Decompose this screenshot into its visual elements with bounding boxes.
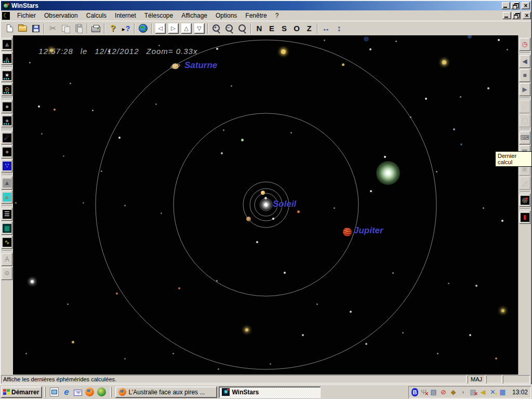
alert-lamp-button[interactable]: ▮ (520, 211, 530, 224)
fit-vertical-button[interactable]: ↕ (332, 22, 345, 35)
menu-tlescope[interactable]: Télescope (140, 10, 177, 21)
menu-options[interactable]: Options (211, 10, 241, 21)
saturne-planet[interactable] (170, 63, 180, 70)
outlook-mail-icon[interactable] (74, 390, 82, 396)
blocked-app-tray-icon[interactable]: ⊘ (439, 388, 448, 396)
security-shield-tray-icon[interactable]: ◆ (449, 388, 458, 396)
scale-ruler-button[interactable]: ☰ (2, 208, 12, 221)
green-globe-icon[interactable] (97, 388, 106, 396)
title-bar[interactable]: WinStars (1, 1, 531, 10)
constellation-lines-button[interactable]: ▵ (2, 38, 12, 51)
task-firefox[interactable]: L'Australie face aux pires ... (115, 387, 217, 398)
help-button[interactable] (107, 22, 119, 35)
save-file-button[interactable] (29, 22, 42, 35)
mdi-restore-button[interactable] (512, 12, 521, 19)
task-winstars[interactable]: ✷WinStars (219, 387, 321, 398)
star-names-button[interactable]: ✶ (2, 69, 12, 82)
restore-button[interactable] (511, 2, 520, 9)
menu-fentre[interactable]: Fenêtre (241, 10, 271, 21)
planet-view-button[interactable]: ● (2, 100, 12, 113)
network-off-tray-icon[interactable]: ▤✕ (469, 388, 477, 396)
menu-observation[interactable]: Observation (40, 10, 82, 21)
pan-up-button[interactable]: △ (180, 22, 193, 35)
menu-internet[interactable]: Internet (111, 10, 140, 21)
menu-fichier[interactable]: Fichier (13, 10, 40, 21)
status-blank-2 (503, 375, 530, 383)
context-help-button[interactable] (119, 22, 132, 35)
ecliptic-line-button[interactable]: ∿ (2, 236, 12, 249)
view-zenith-button[interactable]: Z (303, 24, 315, 33)
venus-planet[interactable] (261, 191, 265, 195)
mdi-child-moon-icon[interactable]: ☾ (2, 12, 10, 20)
minitel-terminal-button[interactable]: ⌨ (520, 131, 530, 144)
volume-tray-icon[interactable]: ◀ (478, 388, 487, 396)
mdi-close-button[interactable] (523, 12, 531, 19)
bluetooth-tray-icon[interactable]: B (411, 388, 418, 396)
labels-font-button[interactable]: A (2, 253, 12, 266)
ecliptic-line-icon: ∿ (3, 238, 11, 247)
coordinate-grid-button[interactable]: ▦ (2, 222, 12, 235)
pan-left-button[interactable]: ◁ (154, 22, 167, 35)
asteroids-button[interactable]: ● (2, 145, 12, 158)
print-button[interactable] (89, 22, 102, 35)
star (63, 155, 64, 157)
zoom-out-button[interactable]: − (223, 22, 236, 35)
view-west-button[interactable]: O (290, 24, 303, 33)
time-backward-button[interactable]: ◀ (520, 55, 530, 68)
green-comet[interactable] (376, 161, 400, 185)
pan-down-button[interactable]: ▽ (193, 22, 206, 35)
horizon-day-button[interactable]: ▲ (2, 191, 12, 204)
fit-horizontal-button[interactable]: ↔ (320, 22, 332, 35)
jupiter-planet[interactable] (343, 228, 352, 236)
constellation-names-button[interactable]: ▵ (2, 52, 12, 65)
minimize-button[interactable] (502, 2, 510, 9)
task-label: L'Australie face aux pires ... (128, 389, 205, 396)
view-north-button[interactable]: N (253, 24, 265, 33)
last-calculation-button[interactable]: ◎ (520, 194, 530, 207)
show-desktop-icon[interactable] (50, 388, 59, 396)
time-clock-button[interactable]: ◷ (520, 38, 530, 51)
wireless-off-tray-icon[interactable]: Ψ✕ (419, 388, 428, 396)
star (15, 202, 17, 204)
menu-calculs[interactable]: Calculs (82, 10, 111, 21)
terre-planet[interactable] (272, 218, 274, 220)
time-forward-button[interactable]: ▶ (520, 83, 530, 96)
zoom-reset-button[interactable] (236, 22, 249, 35)
menu-affichage[interactable]: Affichage (177, 10, 211, 21)
menu-?[interactable]: ? (271, 10, 283, 21)
planet-names-button[interactable]: ⊝ (2, 83, 12, 96)
pointing-device-tray-icon[interactable]: ◖ (459, 388, 468, 396)
planet-labels-button[interactable]: ● (2, 114, 12, 127)
horizon-day-icon: ▲ (3, 193, 11, 202)
star (281, 49, 286, 54)
lan-connection-tray-icon[interactable]: ▦ (498, 388, 507, 396)
soleil-sun[interactable] (260, 198, 272, 211)
star (501, 220, 503, 222)
milky-way-button[interactable]: ∵ (2, 159, 12, 172)
horizon-night-button[interactable]: ▲ (2, 177, 12, 190)
messenger-tray-icon[interactable]: ✕● (488, 388, 497, 396)
copy-button (59, 22, 72, 35)
start-button[interactable]: Démarrer (1, 387, 42, 398)
mdi-minimize-button[interactable] (503, 12, 511, 19)
close-button[interactable] (522, 2, 530, 9)
sky-canvas[interactable]: 12:57:28le12/12/2012Zoom= 0.33x SaturneS… (13, 35, 518, 375)
view-east-button[interactable]: E (265, 24, 278, 33)
star (118, 137, 121, 139)
star (369, 48, 371, 50)
firefox-icon[interactable] (85, 388, 94, 396)
pan-right-button[interactable]: ▷ (167, 22, 180, 35)
internet-globe-button[interactable] (137, 22, 150, 35)
zoom-in-button[interactable]: + (210, 22, 223, 35)
comets-button[interactable]: ☄ (2, 131, 12, 144)
new-file-button[interactable] (3, 22, 16, 35)
mercure-planet[interactable] (264, 197, 267, 200)
view-south-button[interactable]: S (278, 24, 290, 33)
mars-planet[interactable] (246, 217, 251, 221)
internet-explorer-icon[interactable]: e (62, 388, 71, 396)
star (453, 128, 455, 130)
display-settings-tray-icon[interactable]: ▤ (429, 388, 438, 396)
settings-wrench-button[interactable]: ⚙ (2, 267, 12, 280)
open-file-button[interactable] (16, 22, 29, 35)
time-stop-button[interactable]: ■ (520, 69, 530, 82)
